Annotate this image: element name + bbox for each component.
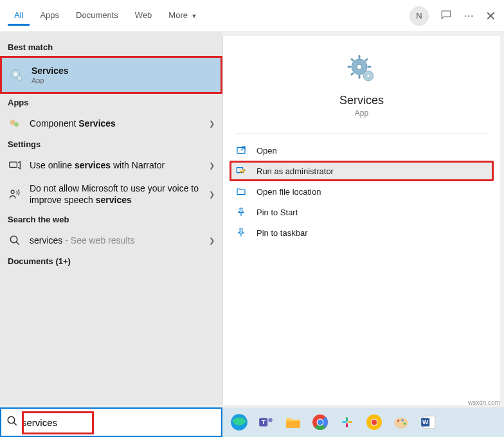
tab-web[interactable]: Web xyxy=(129,6,159,26)
top-right-controls: N ⋯ ✕ xyxy=(410,6,496,26)
tab-apps[interactable]: Apps xyxy=(33,6,66,26)
svg-rect-19 xyxy=(286,421,300,428)
svg-point-11 xyxy=(366,75,370,78)
result-web-services[interactable]: services - See web results ❯ xyxy=(0,228,222,253)
action-open-file-location[interactable]: Open file location xyxy=(230,181,494,202)
svg-rect-25 xyxy=(342,421,346,423)
close-icon[interactable]: ✕ xyxy=(485,8,496,24)
settings-label: Settings xyxy=(0,136,222,153)
svg-rect-26 xyxy=(348,421,352,423)
preview-title: Services xyxy=(339,94,384,107)
more-options-icon[interactable]: ⋯ xyxy=(464,10,474,22)
open-icon xyxy=(236,145,250,156)
component-services-icon xyxy=(8,116,22,130)
action-pin-to-taskbar[interactable]: Pin to taskbar xyxy=(230,222,494,243)
tab-more[interactable]: More ▼ xyxy=(162,6,203,26)
svg-point-35 xyxy=(404,423,406,425)
svg-point-33 xyxy=(397,420,399,422)
chevron-right-icon: ❯ xyxy=(209,190,215,199)
svg-point-7 xyxy=(10,236,17,244)
chevron-right-icon: ❯ xyxy=(209,120,215,128)
svg-text:T: T xyxy=(262,418,266,425)
top-bar: All Apps Documents Web More ▼ N ⋯ ✕ xyxy=(0,0,504,32)
action-pin-to-start[interactable]: Pin to Start xyxy=(230,202,494,222)
action-open[interactable]: Open xyxy=(230,140,494,161)
shield-admin-icon xyxy=(236,166,250,176)
svg-point-2 xyxy=(17,75,22,80)
services-gear-icon xyxy=(10,68,24,82)
taskbar-teams-icon[interactable]: T xyxy=(255,411,278,434)
svg-point-14 xyxy=(8,416,15,424)
pin-start-icon xyxy=(236,207,250,217)
apps-label: Apps xyxy=(0,94,222,111)
folder-icon xyxy=(236,186,250,197)
speech-icon xyxy=(8,187,22,201)
svg-point-32 xyxy=(394,417,408,428)
tab-documents[interactable]: Documents xyxy=(69,6,125,26)
best-match-sub: App xyxy=(32,76,213,84)
svg-rect-27 xyxy=(346,417,348,422)
feedback-icon[interactable] xyxy=(440,9,452,23)
action-run-as-admin[interactable]: Run as administrator xyxy=(230,161,494,181)
narrator-icon xyxy=(8,158,22,172)
taskbar-edge-icon[interactable] xyxy=(228,411,251,434)
svg-point-4 xyxy=(14,122,19,127)
taskbar-slack-icon[interactable] xyxy=(336,411,359,434)
svg-point-1 xyxy=(14,72,17,75)
svg-point-34 xyxy=(402,419,404,421)
preview-panel: Services App Open Run as administrator O… xyxy=(222,36,500,405)
svg-point-18 xyxy=(268,418,273,423)
svg-text:W: W xyxy=(422,418,429,425)
taskbar-explorer-icon[interactable] xyxy=(282,411,305,434)
svg-point-31 xyxy=(372,420,377,425)
preview-sub: App xyxy=(355,109,368,118)
documents-label: Documents (1+) xyxy=(0,253,222,270)
user-avatar[interactable]: N xyxy=(410,6,429,26)
taskbar-word-icon[interactable]: W xyxy=(417,411,440,434)
search-web-label: Search the web xyxy=(0,211,222,228)
chevron-right-icon: ❯ xyxy=(209,161,215,170)
watermark: wsxdn.com xyxy=(468,399,500,406)
services-big-icon xyxy=(346,54,377,85)
chevron-down-icon: ▼ xyxy=(190,13,197,19)
best-match-result[interactable]: Services App xyxy=(0,56,222,94)
result-narrator-services[interactable]: Use online services with Narrator ❯ xyxy=(0,153,222,177)
tab-all[interactable]: All xyxy=(8,6,30,26)
taskbar-chrome2-icon[interactable] xyxy=(363,411,386,434)
search-icon xyxy=(6,415,18,429)
search-icon xyxy=(8,233,22,247)
search-input[interactable] xyxy=(22,417,216,428)
best-match-label: Best match xyxy=(0,39,222,56)
taskbar-chrome-icon[interactable] xyxy=(309,411,332,434)
results-panel: Best match Services App Apps Component S… xyxy=(0,32,222,405)
result-speech-services[interactable]: Do not allow Microsoft to use your voice… xyxy=(0,177,222,211)
svg-point-6 xyxy=(11,190,14,193)
svg-point-24 xyxy=(318,420,323,425)
svg-point-9 xyxy=(357,64,362,69)
best-match-title: Services xyxy=(32,66,213,76)
svg-rect-28 xyxy=(346,423,348,427)
taskbar-paint-icon[interactable] xyxy=(390,411,413,434)
search-tabs: All Apps Documents Web More ▼ xyxy=(8,6,410,26)
search-box[interactable] xyxy=(0,407,222,437)
result-component-services[interactable]: Component Services ❯ xyxy=(0,111,222,136)
svg-rect-5 xyxy=(10,162,17,167)
taskbar: T W xyxy=(222,407,504,437)
pin-taskbar-icon xyxy=(236,227,250,238)
chevron-right-icon: ❯ xyxy=(209,236,215,245)
